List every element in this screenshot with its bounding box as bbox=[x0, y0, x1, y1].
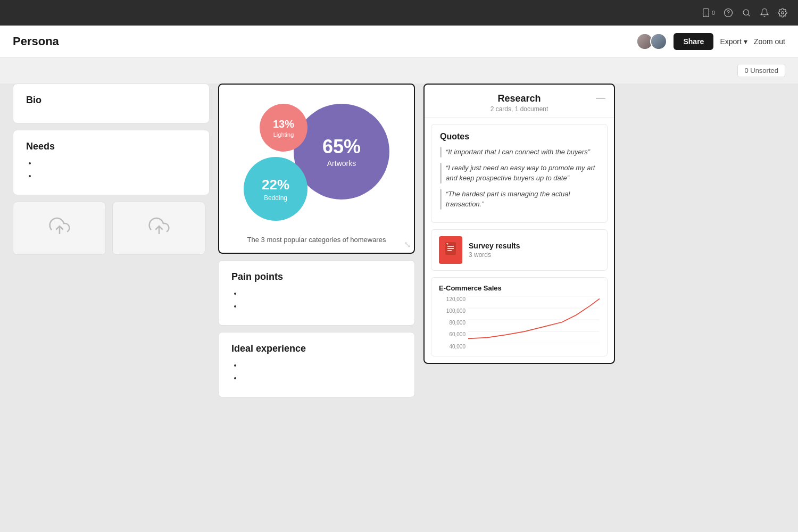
ideal-experience-bullet bbox=[242, 361, 402, 369]
quote-text: “I really just need an easy way to promo… bbox=[446, 163, 598, 184]
chart-label: 60,000 bbox=[439, 331, 466, 337]
bubble-chart-card: 65% Artworks 22% Bedding 13% Lighting Th… bbox=[218, 84, 415, 254]
chart-label: 120,000 bbox=[439, 296, 466, 302]
survey-info: Survey results 3 words bbox=[469, 242, 520, 259]
needs-card: Needs bbox=[13, 130, 210, 195]
pain-points-bullet bbox=[242, 302, 402, 310]
search-icon[interactable] bbox=[742, 8, 751, 18]
quotes-section: Quotes “It important that I can connect … bbox=[431, 124, 608, 223]
research-header: Research 2 cards, 1 document — bbox=[425, 85, 614, 118]
svg-point-5 bbox=[782, 12, 784, 14]
avatar-group bbox=[636, 33, 667, 50]
minimize-icon[interactable]: — bbox=[596, 92, 605, 103]
chart-y-labels: 120,000 100,000 80,000 60,000 40,000 bbox=[439, 296, 466, 350]
research-panel: Research 2 cards, 1 document — Quotes “I… bbox=[423, 84, 615, 364]
header: Persona Share Export ▾ Zoom out bbox=[0, 26, 798, 57]
bubble-area: 65% Artworks 22% Bedding 13% Lighting bbox=[228, 93, 405, 231]
bubble-pct-artworks: 65% bbox=[322, 136, 361, 158]
quotes-title: Quotes bbox=[440, 132, 598, 142]
svg-text:T: T bbox=[446, 243, 448, 246]
needs-title: Needs bbox=[26, 141, 196, 152]
needs-bullet bbox=[37, 171, 196, 180]
left-column: Bio Needs bbox=[13, 84, 210, 255]
upload-card[interactable] bbox=[13, 202, 106, 255]
canvas: Bio Needs bbox=[0, 84, 798, 532]
bubble-label-bedding: Bedding bbox=[264, 194, 287, 202]
bubble-artworks: 65% Artworks bbox=[294, 104, 389, 200]
quote-bar bbox=[440, 163, 442, 184]
quote-text: “The hardest part is managing the actual… bbox=[446, 189, 598, 210]
chart-label: 100,000 bbox=[439, 308, 466, 314]
survey-title: Survey results bbox=[469, 242, 520, 250]
chevron-down-icon: ▾ bbox=[744, 37, 747, 46]
survey-document-icon: T bbox=[439, 236, 462, 264]
bubble-caption: The 3 most popular categories of homewar… bbox=[228, 236, 405, 244]
bubble-pct-bedding: 22% bbox=[262, 177, 289, 193]
question-icon[interactable] bbox=[724, 8, 733, 18]
toolbar: 0 Unsorted bbox=[0, 57, 798, 84]
settings-icon[interactable] bbox=[778, 8, 787, 18]
export-button[interactable]: Export ▾ bbox=[720, 37, 747, 46]
page-title: Persona bbox=[13, 35, 59, 48]
upload-icon bbox=[148, 215, 170, 241]
research-title: Research bbox=[435, 93, 603, 104]
research-subtitle: 2 cards, 1 document bbox=[435, 105, 603, 113]
ideal-experience-card: Ideal experience bbox=[218, 332, 415, 397]
quote-text: “It important that I can connect with th… bbox=[446, 147, 590, 157]
pain-points-bullet bbox=[242, 289, 402, 297]
upload-icon bbox=[49, 215, 70, 241]
chart-label: 40,000 bbox=[439, 344, 466, 350]
ideal-experience-title: Ideal experience bbox=[231, 343, 402, 354]
bell-icon[interactable] bbox=[760, 8, 769, 18]
unsorted-badge[interactable]: 0 Unsorted bbox=[737, 64, 785, 77]
bubble-label-artworks: Artworks bbox=[327, 159, 356, 168]
ecommerce-title: E-Commerce Sales bbox=[439, 284, 600, 292]
topbar: 0 bbox=[0, 0, 798, 26]
bio-card: Bio bbox=[13, 84, 210, 123]
needs-bullets bbox=[26, 159, 196, 180]
document-icon: T bbox=[445, 242, 456, 258]
bubble-label-lighting: Lighting bbox=[273, 131, 294, 138]
pain-points-card: Pain points bbox=[218, 260, 415, 326]
bubble-pct-lighting: 13% bbox=[273, 118, 294, 130]
bio-title: Bio bbox=[26, 95, 196, 106]
svg-point-3 bbox=[728, 14, 729, 15]
notification-count: 0 bbox=[712, 10, 715, 16]
pain-points-bullets bbox=[231, 289, 402, 310]
quote-item: “The hardest part is managing the actual… bbox=[440, 189, 598, 210]
quote-bar bbox=[440, 147, 442, 157]
quote-item: “It important that I can connect with th… bbox=[440, 147, 598, 157]
bubble-bedding: 22% Bedding bbox=[244, 157, 307, 221]
quote-item: “I really just need an easy way to promo… bbox=[440, 163, 598, 184]
ideal-experience-bullets bbox=[231, 361, 402, 382]
phone-icon[interactable]: 0 bbox=[701, 8, 715, 18]
upload-row bbox=[13, 202, 210, 255]
avatar bbox=[650, 33, 667, 50]
header-actions: Share Export ▾ Zoom out bbox=[636, 33, 785, 50]
chart-area: 120,000 100,000 80,000 60,000 40,000 bbox=[439, 296, 600, 350]
ecommerce-section: E-Commerce Sales 120,000 100,000 80,000 … bbox=[431, 277, 608, 356]
survey-subtitle: 3 words bbox=[469, 251, 520, 259]
right-column: Research 2 cards, 1 document — Quotes “I… bbox=[423, 84, 615, 364]
resize-handle-icon[interactable]: ⤡ bbox=[404, 239, 411, 250]
quote-bar bbox=[440, 189, 442, 210]
bubble-lighting: 13% Lighting bbox=[260, 104, 307, 152]
zoom-out-button[interactable]: Zoom out bbox=[754, 37, 785, 46]
needs-bullet bbox=[37, 159, 196, 167]
chart-svg bbox=[468, 296, 600, 343]
ideal-experience-bullet bbox=[242, 373, 402, 382]
survey-results-item[interactable]: T Survey results 3 words bbox=[431, 229, 608, 271]
chart-label: 80,000 bbox=[439, 320, 466, 326]
upload-card[interactable] bbox=[112, 202, 205, 255]
middle-column: 65% Artworks 22% Bedding 13% Lighting Th… bbox=[218, 84, 415, 397]
pain-points-title: Pain points bbox=[231, 271, 402, 282]
svg-point-4 bbox=[743, 10, 749, 15]
svg-point-1 bbox=[705, 15, 706, 16]
share-button[interactable]: Share bbox=[674, 33, 713, 50]
